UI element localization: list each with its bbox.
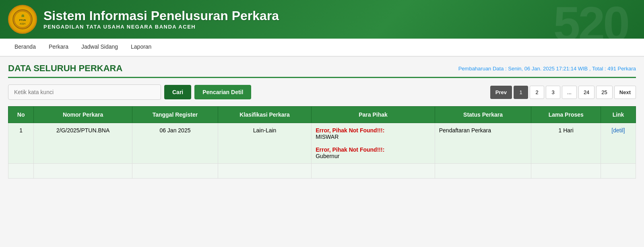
title-row: DATA SELURUH PERKARA Pembaharuan Data : … xyxy=(8,63,636,74)
logo: ⚖ PTUN ACEH xyxy=(8,5,37,34)
page-24-button[interactable]: 24 xyxy=(578,86,594,99)
cari-button[interactable]: Cari xyxy=(164,85,191,99)
prev-button[interactable]: Prev xyxy=(490,86,512,99)
col-tanggal-register: Tanggal Register xyxy=(132,107,218,123)
page-3-button[interactable]: 3 xyxy=(546,86,560,99)
col-nomor-perkara: Nomor Perkara xyxy=(34,107,132,123)
empty-cell-1 xyxy=(8,164,34,179)
col-para-pihak: Para Pihak xyxy=(312,107,435,123)
pihak-name-1: MISWAR xyxy=(316,134,339,140)
cell-status-perkara: Pendaftaran Perkara xyxy=(435,123,531,164)
table-row-empty xyxy=(8,164,636,179)
nav-laporan[interactable]: Laporan xyxy=(124,39,158,56)
page-1-button[interactable]: 1 xyxy=(514,86,528,99)
app-title: Sistem Informasi Penelusuran Perkara xyxy=(43,9,279,23)
svg-text:ACEH: ACEH xyxy=(20,23,25,25)
para-pihak-line1: Error, Pihak Not Found!!!: MISWAR xyxy=(316,127,431,140)
empty-cell-4 xyxy=(218,164,311,179)
table-row: 1 2/G/2025/PTUN.BNA 06 Jan 2025 Lain-Lai… xyxy=(8,123,636,164)
nav-jadwal-sidang[interactable]: Jadwal Sidang xyxy=(75,39,124,56)
page-title: DATA SELURUH PERKARA xyxy=(8,63,122,74)
cell-tanggal-register: 06 Jan 2025 xyxy=(132,123,218,164)
col-no: No xyxy=(8,107,34,123)
app-subtitle: PENGADILAN TATA USAHA NEGARA BANDA ACEH xyxy=(43,24,279,30)
header-text: Sistem Informasi Penelusuran Perkara PEN… xyxy=(43,9,279,30)
cell-no: 1 xyxy=(8,123,34,164)
navbar: Beranda Perkara Jadwal Sidang Laporan xyxy=(0,39,644,57)
update-info: Pembaharuan Data : Senin, 06 Jan. 2025 1… xyxy=(458,66,636,72)
cell-nomor-perkara: 2/G/2025/PTUN.BNA xyxy=(34,123,132,164)
error-text-2: Error, Pihak Not Found!!!: xyxy=(316,146,384,153)
col-lama-proses: Lama Proses xyxy=(531,107,601,123)
title-divider xyxy=(8,77,636,78)
cell-klasifikasi: Lain-Lain xyxy=(218,123,311,164)
table-header-row: No Nomor Perkara Tanggal Register Klasif… xyxy=(8,107,636,123)
page-25-button[interactable]: 25 xyxy=(596,86,612,99)
main-content: DATA SELURUH PERKARA Pembaharuan Data : … xyxy=(0,57,644,185)
pihak-name-2: Gubernur xyxy=(316,153,339,159)
col-status-perkara: Status Perkara xyxy=(435,107,531,123)
cell-lama-proses: 1 Hari xyxy=(531,123,601,164)
empty-cell-2 xyxy=(34,164,132,179)
next-button[interactable]: Next xyxy=(614,86,636,99)
empty-cell-8 xyxy=(601,164,636,179)
para-pihak-line2: Error, Pihak Not Found!!!: Gubernur xyxy=(316,146,431,159)
search-controls: Cari Pencarian Detil xyxy=(8,84,251,100)
cell-link[interactable]: [detil] xyxy=(601,123,636,164)
search-input[interactable] xyxy=(8,84,161,100)
empty-cell-7 xyxy=(531,164,601,179)
pencarian-detil-button[interactable]: Pencarian Detil xyxy=(194,85,251,99)
search-pagination-row: Cari Pencarian Detil Prev 1 2 3 ... 24 2… xyxy=(8,84,636,100)
empty-cell-6 xyxy=(435,164,531,179)
app-header: ⚖ PTUN ACEH Sistem Informasi Penelusuran… xyxy=(0,0,644,39)
page-2-button[interactable]: 2 xyxy=(530,86,544,99)
cell-para-pihak: Error, Pihak Not Found!!!: MISWAR Error,… xyxy=(312,123,435,164)
error-text-1: Error, Pihak Not Found!!!: xyxy=(316,127,384,134)
perkara-table: No Nomor Perkara Tanggal Register Klasif… xyxy=(8,106,636,179)
nav-beranda[interactable]: Beranda xyxy=(8,39,42,56)
col-link: Link xyxy=(601,107,636,123)
empty-cell-3 xyxy=(132,164,218,179)
detil-link[interactable]: [detil] xyxy=(611,127,625,134)
pagination: Prev 1 2 3 ... 24 25 Next xyxy=(490,86,636,99)
svg-text:⚖: ⚖ xyxy=(21,14,25,18)
page-ellipsis: ... xyxy=(562,86,577,99)
svg-text:PTUN: PTUN xyxy=(19,19,26,21)
empty-cell-5 xyxy=(312,164,435,179)
col-klasifikasi-perkara: Klasifikasi Perkara xyxy=(218,107,311,123)
nav-perkara[interactable]: Perkara xyxy=(42,39,75,56)
